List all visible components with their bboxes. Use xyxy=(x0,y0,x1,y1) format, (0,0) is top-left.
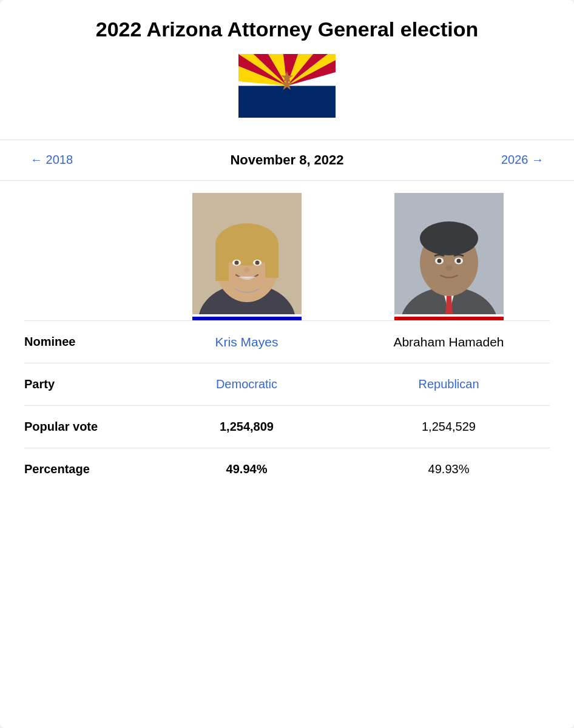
kris-percentage: 49.94% xyxy=(146,453,348,486)
kris-party-value[interactable]: Democratic xyxy=(146,368,348,401)
party-row: Party Democratic Republican xyxy=(24,363,550,405)
next-election-link[interactable]: 2026 → xyxy=(501,153,544,167)
svg-rect-39 xyxy=(394,193,504,314)
main-card: 2022 Arizona Attorney General election xyxy=(0,0,574,728)
abraham-nominee-value: Abraham Hamadeh xyxy=(348,324,550,360)
prev-election-link[interactable]: ← 2018 xyxy=(30,153,73,167)
svg-rect-0 xyxy=(238,86,336,118)
nominee-label: Nominee xyxy=(24,325,146,359)
kris-mayes-photo xyxy=(192,193,302,314)
current-date: November 8, 2022 xyxy=(230,152,343,168)
abraham-popular-vote: 1,254,529 xyxy=(348,410,550,443)
popular-vote-label: Popular vote xyxy=(24,410,146,443)
abraham-percentage: 49.93% xyxy=(348,453,550,486)
arizona-flag xyxy=(238,54,336,118)
kris-nominee-value: Kris Mayes xyxy=(146,324,348,360)
svg-rect-26 xyxy=(192,193,302,314)
abraham-party-bar xyxy=(394,317,504,320)
percentage-label: Percentage xyxy=(24,453,146,486)
flag-container xyxy=(24,54,550,118)
kris-party-bar xyxy=(192,317,302,320)
header-section: 2022 Arizona Attorney General election xyxy=(0,0,574,140)
abraham-party-value[interactable]: Republican xyxy=(348,368,550,401)
kris-popular-vote: 1,254,809 xyxy=(146,410,348,443)
photos-row xyxy=(24,181,550,320)
results-table: Nominee Kris Mayes Abraham Hamadeh Party… xyxy=(0,181,574,514)
nominee-row: Nominee Kris Mayes Abraham Hamadeh xyxy=(24,320,550,363)
kris-photo-cell xyxy=(146,193,348,320)
popular-vote-row: Popular vote 1,254,809 1,254,529 xyxy=(24,405,550,448)
party-label: Party xyxy=(24,368,146,401)
abraham-hamadeh-photo xyxy=(394,193,504,314)
abraham-photo-cell xyxy=(348,193,550,320)
nav-section: ← 2018 November 8, 2022 2026 → xyxy=(0,140,574,181)
page-title: 2022 Arizona Attorney General election xyxy=(24,17,550,42)
percentage-row: Percentage 49.94% 49.93% xyxy=(24,448,550,490)
